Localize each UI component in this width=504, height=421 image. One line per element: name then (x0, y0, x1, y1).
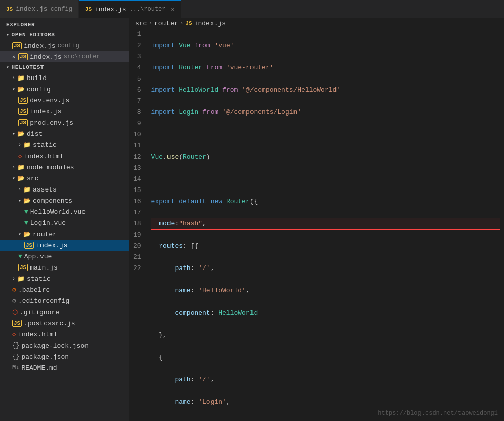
md-icon: M↓ (12, 364, 19, 371)
folder-icon: 📂 (17, 175, 25, 182)
tab-tag: ...\router (129, 6, 165, 13)
folder-icon: 📁 (17, 74, 25, 82)
code-line-9: mode:"hash", (151, 218, 500, 229)
file-prod-env[interactable]: JS prod.env.js (0, 117, 129, 128)
file-main-js[interactable]: JS main.js (0, 262, 129, 273)
folder-node-modules[interactable]: › 📁 node_modules (0, 162, 129, 173)
file-label: index.js (30, 53, 61, 61)
file-package-json[interactable]: {} package.json (0, 351, 129, 362)
folder-icon: 📂 (23, 231, 31, 238)
code-line-13: component: HelloWorld (151, 308, 500, 319)
folder-static[interactable]: › 📁 static (0, 273, 129, 284)
file-gitignore[interactable]: ⬡ .gitignore (0, 307, 129, 318)
folder-label: node_modules (27, 164, 74, 171)
file-postcssrc[interactable]: JS .postcssrc.js (0, 318, 129, 329)
file-helloworld-vue[interactable]: ▼ HelloWorld.vue (0, 206, 129, 217)
file-label: dev.env.js (30, 97, 69, 104)
sidebar: EXPLORER ▾ OPEN EDITORS JS index.js conf… (0, 18, 129, 421)
file-label: package.json (21, 353, 69, 361)
chevron-icon: › (18, 142, 21, 148)
tab-index-router[interactable]: JS index.js ...\router ✕ (79, 0, 181, 18)
code-area[interactable]: 12345 678910 1112131415 1617181920 2122 … (129, 29, 504, 421)
file-editorconfig[interactable]: ⚙ .editorconfig (0, 295, 129, 307)
folder-components[interactable]: ▾ 📂 components (0, 195, 129, 206)
folder-icon: 📂 (17, 130, 25, 138)
folder-label: dist (27, 130, 43, 138)
js-file-icon: JS (6, 6, 13, 12)
folder-dist[interactable]: ▾ 📂 dist (0, 128, 129, 139)
file-index-html[interactable]: ◇ index.html (0, 329, 129, 340)
file-readme[interactable]: M↓ README.md (0, 362, 129, 373)
breadcrumb-part: src (135, 20, 147, 27)
file-tag: config (58, 42, 79, 49)
js-icon: JS (12, 320, 22, 327)
code-line-4: import Login from '@/components/Login' (151, 107, 500, 118)
tab-tag: config (51, 6, 72, 13)
code-line-7 (151, 174, 500, 185)
file-login-vue[interactable]: ▼ Login.vue (0, 217, 129, 228)
file-label: index.js (24, 42, 55, 50)
file-label: App.vue (24, 253, 52, 260)
close-icon[interactable]: ✕ (12, 54, 15, 60)
code-line-5 (151, 129, 500, 140)
chevron-icon: ▾ (18, 198, 21, 204)
folder-icon: 📁 (17, 164, 25, 171)
folder-config[interactable]: ▾ 📂 config (0, 84, 129, 95)
js-icon: JS (18, 53, 28, 60)
tab-label: index.js (16, 5, 47, 13)
js-icon: JS (18, 264, 28, 271)
json-icon: {} (12, 342, 19, 349)
folder-build[interactable]: › 📁 build (0, 72, 129, 84)
folder-label: build (27, 74, 47, 82)
chevron-icon: › (12, 75, 15, 81)
open-file-index-router[interactable]: ✕ JS index.js src\router (0, 51, 129, 62)
main-layout: EXPLORER ▾ OPEN EDITORS JS index.js conf… (0, 18, 504, 421)
file-index-html-dist[interactable]: ◇ index.html (0, 150, 129, 162)
file-label: .babelrc (18, 286, 50, 294)
file-app-vue[interactable]: ▼ App.vue (0, 251, 129, 262)
line-numbers: 12345 678910 1112131415 1617181920 2122 (129, 29, 147, 421)
folder-assets[interactable]: › 📁 assets (0, 184, 129, 195)
file-babelrc[interactable]: ⚙ .babelrc (0, 284, 129, 295)
project-section[interactable]: ▾ HELLOTEST (0, 62, 129, 72)
tab-close-button[interactable]: ✕ (171, 6, 174, 13)
breadcrumb-sep: › (180, 20, 184, 26)
breadcrumb-part: index.js (194, 20, 226, 27)
code-line-16: path: '/', (151, 374, 500, 386)
chevron-icon: › (12, 276, 15, 282)
file-label: index.html (18, 331, 57, 338)
tab-index-config[interactable]: JS index.js config (0, 0, 79, 18)
folder-label: components (33, 197, 72, 205)
folder-label: src (27, 175, 38, 182)
chevron-icon: ▾ (18, 231, 21, 237)
js-file-icon: JS (185, 20, 192, 26)
file-index-config[interactable]: JS index.js (0, 106, 129, 117)
folder-static-dist[interactable]: › 📁 static (0, 139, 129, 150)
file-dev-env[interactable]: JS dev.env.js (0, 95, 129, 106)
folder-src[interactable]: ▾ 📂 src (0, 173, 129, 184)
folder-label: static (27, 275, 51, 283)
gear-icon: ⚙ (12, 297, 16, 305)
file-index-router[interactable]: JS index.js (0, 240, 129, 251)
open-file-index-config[interactable]: JS index.js config (0, 40, 129, 51)
folder-icon: 📂 (23, 197, 31, 205)
file-label: index.html (24, 152, 63, 160)
editor: src › router › JS index.js 12345 678910 … (129, 18, 504, 421)
explorer-title: EXPLORER (0, 18, 129, 30)
file-package-lock[interactable]: {} package-lock.json (0, 340, 129, 351)
code-line-17: name: 'Login', (151, 397, 500, 408)
folder-icon: 📂 (17, 86, 25, 93)
chevron-icon: ▾ (6, 64, 10, 70)
open-editors-section[interactable]: ▾ OPEN EDITORS (0, 30, 129, 40)
js-icon: JS (18, 97, 28, 104)
code-line-8: export default new Router({ (151, 196, 500, 207)
folder-label: assets (33, 186, 57, 194)
code-line-1: import Vue from 'vue' (151, 40, 500, 51)
folder-icon: 📁 (17, 275, 25, 283)
file-label: .editorconfig (18, 297, 69, 305)
folder-router[interactable]: ▾ 📂 router (0, 228, 129, 240)
chevron-icon: ▾ (6, 32, 10, 38)
project-label: HELLOTEST (12, 64, 44, 70)
open-editors-label: OPEN EDITORS (12, 32, 55, 38)
file-label: Login.vue (30, 219, 66, 227)
